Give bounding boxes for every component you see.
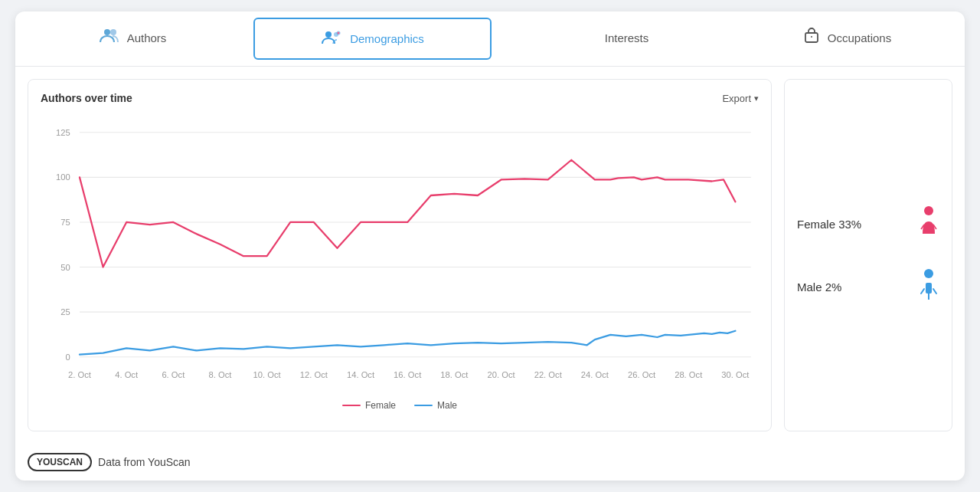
tab-authors-label: Authors (127, 31, 167, 44)
svg-point-2 (325, 31, 332, 38)
tab-occupations[interactable]: Occupations (730, 11, 965, 66)
tab-occupations-label: Occupations (828, 31, 891, 44)
svg-text:20. Oct: 20. Oct (487, 370, 515, 379)
svg-text:0: 0 (66, 353, 70, 362)
tab-demographics-label: Demographics (350, 32, 424, 45)
svg-line-41 (933, 289, 936, 294)
svg-rect-39 (926, 283, 932, 294)
male-icon (918, 267, 939, 306)
stat-male-label: Male 2% (797, 280, 841, 294)
svg-text:25: 25 (60, 307, 70, 317)
stat-female: Female 33% (797, 205, 939, 243)
svg-text:14. Oct: 14. Oct (347, 370, 375, 379)
svg-text:30. Oct: 30. Oct (721, 370, 750, 379)
svg-text:50: 50 (60, 263, 70, 272)
youscan-badge: YOUSCAN (28, 453, 92, 471)
chart-container: 125 100 75 50 25 0 2. Oct 4. Oct 6. Oct … (41, 110, 759, 394)
svg-text:75: 75 (60, 218, 70, 227)
footer-text: Data from YouScan (98, 456, 191, 468)
main-container: Authors Demographics 🎵 📷 (15, 11, 965, 481)
svg-text:22. Oct: 22. Oct (534, 370, 563, 379)
svg-point-38 (924, 269, 933, 278)
svg-text:🎵: 🎵 (577, 28, 593, 43)
svg-text:24. Oct: 24. Oct (581, 370, 609, 379)
svg-point-37 (924, 206, 933, 215)
legend-male-line (414, 405, 433, 406)
footer: YOUSCAN Data from YouScan (15, 444, 965, 481)
svg-text:10. Oct: 10. Oct (253, 370, 282, 379)
interests-icon: 🎵 📷 (576, 27, 597, 48)
authors-icon (100, 27, 119, 48)
svg-point-1 (110, 29, 116, 35)
legend-female-label: Female (365, 400, 396, 411)
legend-female-line (342, 405, 361, 406)
occupations-icon (803, 27, 820, 48)
demographics-icon (321, 28, 342, 50)
tab-demographics[interactable]: Demographics (253, 18, 492, 60)
svg-line-40 (921, 289, 924, 294)
legend-female: Female (342, 400, 396, 411)
legend-male-label: Male (437, 400, 457, 411)
svg-text:2. Oct: 2. Oct (68, 370, 92, 379)
svg-point-0 (104, 29, 110, 35)
svg-text:4. Oct: 4. Oct (115, 370, 139, 379)
tab-authors[interactable]: Authors (15, 11, 250, 66)
svg-text:12. Oct: 12. Oct (300, 370, 328, 379)
legend-male: Male (414, 400, 457, 411)
svg-text:125: 125 (56, 128, 70, 137)
chart-title: Authors over time (41, 92, 132, 104)
svg-point-5 (338, 31, 340, 34)
svg-text:8. Oct: 8. Oct (209, 370, 233, 379)
chart-svg: 125 100 75 50 25 0 2. Oct 4. Oct 6. Oct … (41, 110, 759, 394)
stat-male: Male 2% (797, 267, 939, 306)
stats-panel: Female 33% Male 2% (784, 79, 952, 431)
tab-interests[interactable]: 🎵 📷 Interests (495, 11, 730, 66)
svg-text:100: 100 (56, 172, 70, 182)
chart-header: Authors over time Export (41, 92, 759, 104)
svg-text:📷: 📷 (586, 28, 597, 43)
svg-text:26. Oct: 26. Oct (628, 370, 656, 379)
stat-female-label: Female 33% (797, 218, 861, 231)
female-icon (918, 205, 939, 243)
svg-text:28. Oct: 28. Oct (675, 370, 703, 379)
main-content: Authors over time Export 125 100 75 50 (15, 67, 965, 444)
chart-legend: Female Male (41, 400, 759, 411)
svg-text:16. Oct: 16. Oct (394, 370, 422, 379)
tab-interests-label: Interests (605, 31, 649, 44)
export-button[interactable]: Export (722, 93, 759, 104)
tab-bar: Authors Demographics 🎵 📷 (15, 11, 965, 67)
chart-area: Authors over time Export 125 100 75 50 (28, 79, 772, 431)
svg-text:18. Oct: 18. Oct (440, 370, 469, 379)
svg-text:6. Oct: 6. Oct (162, 370, 185, 379)
